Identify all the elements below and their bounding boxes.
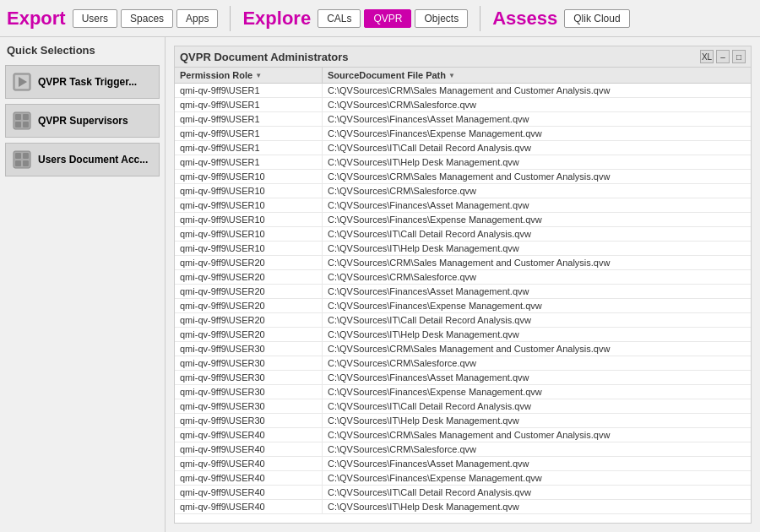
table-row[interactable]: qmi-qv-9ff9\USER20C:\QVSources\IT\Call D…: [175, 313, 751, 328]
table-row[interactable]: qmi-qv-9ff9\USER1C:\QVSources\Finances\A…: [175, 112, 751, 127]
table-controls: XL – □: [700, 50, 746, 63]
cell-permission-role: qmi-qv-9ff9\USER1: [175, 98, 323, 111]
sidebar-item-qvpr-task-trigger[interactable]: QVPR Task Trigger...: [5, 65, 160, 99]
table-row[interactable]: qmi-qv-9ff9\USER20C:\QVSources\CRM\Sales…: [175, 270, 751, 285]
cell-file-path: C:\QVSources\Finances\Expense Management…: [323, 127, 751, 140]
col-header-file-path[interactable]: SourceDocument File Path ▼: [323, 68, 751, 83]
cell-file-path: C:\QVSources\CRM\Sales Management and Cu…: [323, 342, 751, 356]
table-ctrl-maximize[interactable]: □: [732, 50, 746, 63]
nav-users-button[interactable]: Users: [73, 9, 117, 28]
header: Export Users Spaces Apps Explore CALs QV…: [0, 0, 760, 37]
table-row[interactable]: qmi-qv-9ff9\USER40C:\QVSources\IT\Help D…: [175, 500, 751, 514]
nav-objects-button[interactable]: Objects: [415, 9, 468, 28]
table-row[interactable]: qmi-qv-9ff9\USER30C:\QVSources\IT\Help D…: [175, 414, 751, 428]
cell-file-path: C:\QVSources\IT\Call Detail Record Analy…: [323, 141, 751, 155]
table-row[interactable]: qmi-qv-9ff9\USER20C:\QVSources\Finances\…: [175, 285, 751, 299]
sidebar-title: Quick Selections: [5, 44, 160, 57]
export-title: Export: [7, 8, 66, 30]
table-row[interactable]: qmi-qv-9ff9\USER40C:\QVSources\CRM\Sales…: [175, 442, 751, 457]
nav-apps-button[interactable]: Apps: [176, 9, 218, 28]
cell-permission-role: qmi-qv-9ff9\USER40: [175, 442, 323, 456]
cell-permission-role: qmi-qv-9ff9\USER10: [175, 242, 323, 255]
table-row[interactable]: qmi-qv-9ff9\USER10C:\QVSources\CRM\Sales…: [175, 184, 751, 198]
cell-permission-role: qmi-qv-9ff9\USER40: [175, 486, 323, 499]
table-row[interactable]: qmi-qv-9ff9\USER10C:\QVSources\Finances\…: [175, 213, 751, 227]
cell-file-path: C:\QVSources\CRM\Salesforce.qvw: [323, 356, 751, 370]
table-row[interactable]: qmi-qv-9ff9\USER10C:\QVSources\IT\Call D…: [175, 227, 751, 242]
cell-file-path: C:\QVSources\CRM\Sales Management and Cu…: [323, 256, 751, 269]
nav-qvpr-button[interactable]: QVPR: [364, 9, 411, 28]
table-row[interactable]: qmi-qv-9ff9\USER40C:\QVSources\Finances\…: [175, 471, 751, 486]
cell-permission-role: qmi-qv-9ff9\USER1: [175, 127, 323, 140]
table-row[interactable]: qmi-qv-9ff9\USER30C:\QVSources\CRM\Sales…: [175, 356, 751, 371]
sidebar-item-users-doc-access[interactable]: Users Document Acc...: [5, 143, 160, 176]
cell-permission-role: qmi-qv-9ff9\USER20: [175, 313, 323, 327]
cell-file-path: C:\QVSources\IT\Call Detail Record Analy…: [323, 313, 751, 327]
cell-permission-role: qmi-qv-9ff9\USER40: [175, 471, 323, 485]
svg-rect-9: [15, 153, 21, 159]
table-row[interactable]: qmi-qv-9ff9\USER30C:\QVSources\Finances\…: [175, 371, 751, 385]
assess-title: Assess: [492, 8, 557, 30]
table-panel: QVPR Document Administrators XL – □ Perm…: [174, 46, 752, 524]
table-header: QVPR Document Administrators XL – □: [175, 46, 751, 68]
table-row[interactable]: qmi-qv-9ff9\USER30C:\QVSources\IT\Call D…: [175, 399, 751, 414]
users-doc-access-icon: [11, 149, 33, 171]
separator-2: [480, 6, 480, 31]
table-row[interactable]: qmi-qv-9ff9\USER1C:\QVSources\IT\Help De…: [175, 155, 751, 170]
table-row[interactable]: qmi-qv-9ff9\USER10C:\QVSources\CRM\Sales…: [175, 170, 751, 184]
sidebar-item-label-qvpr-supervisors: QVPR Supervisors: [38, 115, 128, 127]
table-title: QVPR Document Administrators: [180, 51, 349, 63]
explore-title: Explore: [242, 8, 311, 30]
export-section: Export Users Spaces Apps: [7, 8, 218, 30]
cell-file-path: C:\QVSources\IT\Help Desk Management.qvw: [323, 242, 751, 255]
cell-file-path: C:\QVSources\Finances\Asset Management.q…: [323, 285, 751, 298]
table-row[interactable]: qmi-qv-9ff9\USER20C:\QVSources\IT\Help D…: [175, 328, 751, 342]
cell-permission-role: qmi-qv-9ff9\USER30: [175, 385, 323, 399]
table-row[interactable]: qmi-qv-9ff9\USER40C:\QVSources\CRM\Sales…: [175, 428, 751, 442]
main-container: Quick Selections QVPR Task Trigger...: [0, 37, 760, 532]
content-area: QVPR Document Administrators XL – □ Perm…: [166, 37, 760, 532]
cell-file-path: C:\QVSources\Finances\Asset Management.q…: [323, 198, 751, 212]
table-row[interactable]: qmi-qv-9ff9\USER1C:\QVSources\CRM\Salesf…: [175, 98, 751, 112]
table-row[interactable]: qmi-qv-9ff9\USER40C:\QVSources\Finances\…: [175, 457, 751, 471]
table-row[interactable]: qmi-qv-9ff9\USER1C:\QVSources\Finances\E…: [175, 127, 751, 141]
table-row[interactable]: qmi-qv-9ff9\USER40C:\QVSources\IT\Call D…: [175, 486, 751, 500]
table-col-headers: Permission Role ▼ SourceDocument File Pa…: [175, 68, 751, 84]
cell-file-path: C:\QVSources\CRM\Salesforce.qvw: [323, 270, 751, 284]
cell-permission-role: qmi-qv-9ff9\USER10: [175, 170, 323, 183]
table-row[interactable]: qmi-qv-9ff9\USER20C:\QVSources\CRM\Sales…: [175, 256, 751, 270]
svg-rect-4: [15, 114, 21, 120]
cell-file-path: C:\QVSources\IT\Call Detail Record Analy…: [323, 227, 751, 241]
cell-permission-role: qmi-qv-9ff9\USER20: [175, 256, 323, 269]
cell-file-path: C:\QVSources\IT\Help Desk Management.qvw: [323, 500, 751, 513]
cell-permission-role: qmi-qv-9ff9\USER10: [175, 213, 323, 226]
qvpr-supervisors-icon: [11, 110, 33, 132]
svg-rect-10: [23, 153, 29, 159]
cell-permission-role: qmi-qv-9ff9\USER40: [175, 457, 323, 470]
table-row[interactable]: qmi-qv-9ff9\USER30C:\QVSources\Finances\…: [175, 385, 751, 399]
cell-file-path: C:\QVSources\IT\Call Detail Record Analy…: [323, 399, 751, 413]
table-row[interactable]: qmi-qv-9ff9\USER10C:\QVSources\Finances\…: [175, 198, 751, 213]
svg-rect-6: [15, 122, 21, 128]
col-header-permission-role[interactable]: Permission Role ▼: [175, 68, 323, 83]
qvpr-task-trigger-icon: [11, 71, 33, 93]
table-row[interactable]: qmi-qv-9ff9\USER20C:\QVSources\Finances\…: [175, 299, 751, 313]
table-row[interactable]: qmi-qv-9ff9\USER30C:\QVSources\CRM\Sales…: [175, 342, 751, 356]
table-row[interactable]: qmi-qv-9ff9\USER1C:\QVSources\IT\Call De…: [175, 141, 751, 155]
table-ctrl-minimize[interactable]: –: [716, 50, 730, 63]
cell-file-path: C:\QVSources\IT\Help Desk Management.qvw: [323, 414, 751, 427]
nav-qlikcloud-button[interactable]: Qlik Cloud: [564, 9, 629, 28]
cell-permission-role: qmi-qv-9ff9\USER10: [175, 198, 323, 212]
cell-permission-role: qmi-qv-9ff9\USER1: [175, 155, 323, 169]
table-body[interactable]: qmi-qv-9ff9\USER1C:\QVSources\CRM\Sales …: [175, 84, 751, 523]
nav-cals-button[interactable]: CALs: [318, 9, 361, 28]
sidebar-item-qvpr-supervisors[interactable]: QVPR Supervisors: [5, 104, 160, 138]
nav-spaces-button[interactable]: Spaces: [121, 9, 173, 28]
cell-permission-role: qmi-qv-9ff9\USER40: [175, 500, 323, 513]
table-ctrl-xl[interactable]: XL: [700, 50, 714, 63]
cell-file-path: C:\QVSources\IT\Help Desk Management.qvw: [323, 155, 751, 169]
cell-permission-role: qmi-qv-9ff9\USER1: [175, 112, 323, 126]
cell-file-path: C:\QVSources\CRM\Salesforce.qvw: [323, 442, 751, 456]
table-row[interactable]: qmi-qv-9ff9\USER1C:\QVSources\CRM\Sales …: [175, 84, 751, 98]
table-row[interactable]: qmi-qv-9ff9\USER10C:\QVSources\IT\Help D…: [175, 242, 751, 256]
